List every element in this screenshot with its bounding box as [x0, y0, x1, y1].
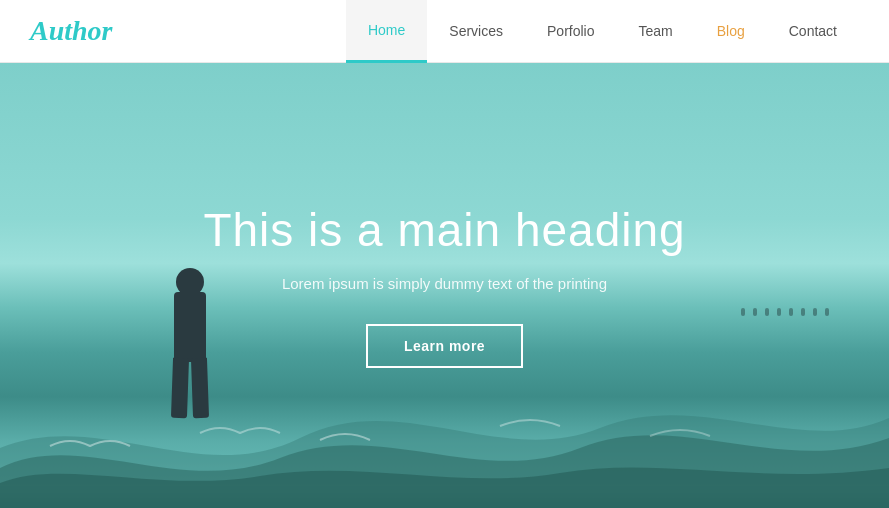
nav-link-porfolio[interactable]: Porfolio: [525, 0, 616, 63]
hero-title: This is a main heading: [203, 203, 685, 257]
learn-more-button[interactable]: Learn more: [366, 324, 523, 368]
nav-link-blog[interactable]: Blog: [695, 0, 767, 63]
site-logo[interactable]: Author: [30, 15, 346, 47]
nav-link-home[interactable]: Home: [346, 0, 427, 63]
nav-link-services[interactable]: Services: [427, 0, 525, 63]
hero-section: This is a main heading Lorem ipsum is si…: [0, 63, 889, 508]
hero-content: This is a main heading Lorem ipsum is si…: [0, 63, 889, 508]
nav-links: Home Services Porfolio Team Blog Contact: [346, 0, 859, 63]
nav-link-team[interactable]: Team: [616, 0, 694, 63]
navbar: Author Home Services Porfolio Team Blog …: [0, 0, 889, 63]
hero-subtitle: Lorem ipsum is simply dummy text of the …: [282, 275, 607, 292]
nav-link-contact[interactable]: Contact: [767, 0, 859, 63]
